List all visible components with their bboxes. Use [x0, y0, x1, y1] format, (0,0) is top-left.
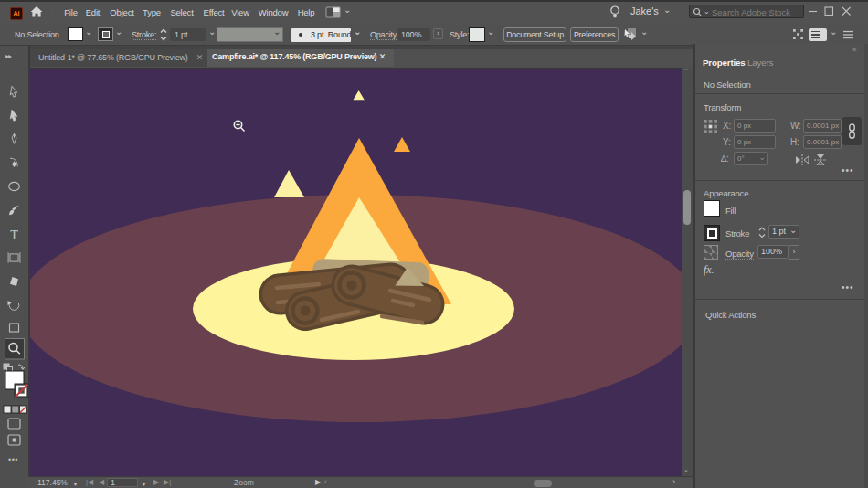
svg-text:T: T: [10, 228, 18, 242]
